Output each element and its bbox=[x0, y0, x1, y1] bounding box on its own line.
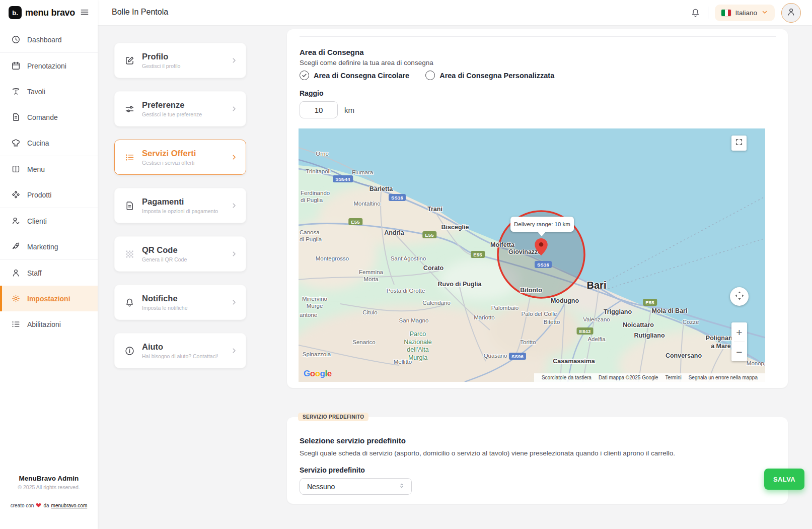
map-label: Montegrosso bbox=[316, 255, 349, 262]
sidebar-item-dashboard[interactable]: Dashboard bbox=[0, 27, 98, 52]
radio-circular-area[interactable]: Area di Consegna Circolare bbox=[300, 71, 409, 80]
map-label: San Magno bbox=[399, 317, 429, 324]
zoom-in-button[interactable]: + bbox=[731, 322, 747, 342]
chevron-right-icon bbox=[231, 202, 238, 209]
sidebar-item-label: Prenotazioni bbox=[27, 62, 66, 70]
road-badge: SS544 bbox=[333, 175, 353, 182]
sidebar-item-abilitazioni[interactable]: Abilitazioni bbox=[0, 311, 98, 337]
notifications-button[interactable] bbox=[689, 7, 701, 19]
map-label: Conversano bbox=[666, 352, 702, 360]
road-badge: E55 bbox=[471, 251, 485, 258]
sidebar-item-comande[interactable]: Comande bbox=[0, 104, 98, 130]
default-service-card: SERVIZIO PREDEFINITO Selezione servizio … bbox=[287, 417, 788, 504]
default-service-description: Scegli quale scheda di servizio (asporto… bbox=[300, 449, 675, 457]
chevron-right-icon bbox=[231, 105, 238, 112]
zoom-out-button[interactable]: − bbox=[731, 342, 747, 361]
clock-icon bbox=[11, 35, 21, 44]
language-selector[interactable]: Italiano bbox=[715, 5, 775, 21]
hamburger-icon bbox=[80, 11, 90, 19]
user-avatar[interactable] bbox=[781, 3, 801, 23]
sidebar-item-tavoli[interactable]: Tavoli bbox=[0, 79, 98, 104]
settings-card-profilo[interactable]: ProfiloGestisci il profilo bbox=[114, 43, 246, 78]
sidebar-item-label: Abilitazioni bbox=[27, 320, 61, 328]
map-marker-icon[interactable] bbox=[535, 238, 548, 255]
settings-card-servizi-offerti[interactable]: Servizi OffertiGestisci i servizi offert… bbox=[114, 140, 246, 175]
map-label: Parco Nazionale dell'Alta Murgia bbox=[404, 330, 432, 362]
road-badge: SS96 bbox=[509, 353, 526, 360]
sidebar-item-prodotti[interactable]: Prodotti bbox=[0, 182, 98, 208]
delivery-area-options: Area di Consegna Circolare Area di Conse… bbox=[300, 71, 554, 80]
road-badge: E55 bbox=[422, 231, 436, 238]
radio-custom-area[interactable]: Area di Consegna Personalizzata bbox=[425, 71, 554, 80]
map-label: Triggiano bbox=[604, 308, 632, 316]
sidebar-item-prenotazioni[interactable]: Prenotazioni bbox=[0, 53, 98, 79]
sidebar: b. menu bravo DashboardPrenotazioniTavol… bbox=[0, 0, 98, 529]
bell-icon bbox=[124, 297, 135, 308]
sidebar-item-impostazioni[interactable]: Impostazioni bbox=[0, 286, 98, 311]
attribution-link[interactable]: Scorciatoie da tastiera bbox=[538, 375, 595, 380]
sidebar-item-label: Impostazioni bbox=[27, 295, 70, 303]
card-subtitle: Genera il QR Code bbox=[142, 256, 187, 262]
map-label: Casamassima bbox=[553, 358, 595, 366]
radio-checked-icon bbox=[300, 71, 309, 80]
customer-check-icon bbox=[11, 216, 21, 226]
map-label: Quasano bbox=[484, 352, 507, 359]
delivery-range-tooltip: Delivery range: 10 km bbox=[510, 217, 574, 232]
default-service-label: Servizio predefinito bbox=[300, 466, 365, 474]
map-label: Mola di Bari bbox=[652, 307, 688, 315]
sidebar-item-label: Prodotti bbox=[27, 191, 51, 199]
settings-card-preferenze[interactable]: PreferenzeGestisci le tue preferenze bbox=[114, 91, 246, 126]
table-icon bbox=[11, 87, 21, 96]
map-label: Ferdinando di Puglia bbox=[301, 189, 330, 204]
radius-input[interactable] bbox=[300, 101, 338, 118]
sidebar-item-clienti[interactable]: Clienti bbox=[0, 208, 98, 234]
card-title: Servizi Offerti bbox=[142, 149, 196, 158]
road-badge: E843 bbox=[577, 327, 594, 335]
delivery-area-title: Area di Consegna bbox=[300, 48, 364, 56]
save-button[interactable]: SALVA bbox=[764, 469, 804, 490]
map-label: Palombaio bbox=[491, 304, 519, 311]
map-label: Montaltino bbox=[353, 200, 380, 207]
sidebar-item-marketing[interactable]: Marketing bbox=[0, 234, 98, 259]
menubravo-link[interactable]: menubravo.com bbox=[51, 503, 88, 508]
settings-card-notifiche[interactable]: NotificheImposta le notifiche bbox=[114, 285, 246, 320]
settings-card-pagamenti[interactable]: PagamentiImposta le opzioni di pagamento bbox=[114, 188, 246, 223]
sidebar-item-menu[interactable]: Menu bbox=[0, 156, 98, 182]
sidebar-item-cucina[interactable]: Cucina bbox=[0, 130, 98, 156]
delivery-map[interactable]: OrnoTrinitapoliFiumaraBarlettaFerdinando… bbox=[299, 128, 765, 382]
card-subtitle: Hai bisogno di aiuto? Contattaci! bbox=[142, 353, 218, 359]
sidebar-item-label: Marketing bbox=[27, 243, 58, 251]
map-fullscreen-button[interactable] bbox=[731, 136, 747, 151]
sidebar-toggle-button[interactable] bbox=[79, 7, 90, 18]
app-root: Bolle In Pentola Italiano b. menu bravo bbox=[0, 0, 812, 529]
default-service-select[interactable]: Nessuno bbox=[300, 478, 412, 495]
chevron-right-icon bbox=[231, 250, 238, 257]
admin-title: MenuBravo Admin bbox=[0, 475, 98, 482]
map-pan-button[interactable] bbox=[730, 287, 749, 306]
card-subtitle: Gestisci il profilo bbox=[142, 63, 180, 69]
map-label: Palo del Colle bbox=[522, 310, 557, 317]
google-logo[interactable]: Google bbox=[304, 369, 332, 379]
brand-logo-icon: b. bbox=[9, 6, 22, 19]
top-header: Bolle In Pentola Italiano bbox=[98, 0, 812, 25]
map-label: Sant'Agostino bbox=[391, 255, 426, 262]
list-icon bbox=[124, 152, 135, 163]
settings-nav: ProfiloGestisci il profiloPreferenzeGest… bbox=[114, 43, 246, 381]
map-label: Calendano bbox=[422, 299, 451, 306]
map-label: Citulo bbox=[362, 309, 377, 316]
updown-chevron-icon bbox=[398, 482, 405, 491]
fullscreen-icon bbox=[734, 138, 744, 149]
attribution-link[interactable]: Segnala un errore nella mappa bbox=[685, 375, 761, 380]
card-title: Preferenze bbox=[142, 100, 202, 109]
sidebar-footer: MenuBravo Admin © 2025 All rights reserv… bbox=[0, 475, 98, 490]
chevron-right-icon bbox=[231, 347, 238, 354]
map-label: Cozze bbox=[683, 318, 699, 325]
settings-card-aiuto[interactable]: AiutoHai bisogno di aiuto? Contattaci! bbox=[114, 333, 246, 368]
map-label: Femmina Morta bbox=[359, 269, 383, 283]
card-subtitle: Gestisci le tue preferenze bbox=[142, 111, 202, 117]
attribution-link[interactable]: Termini bbox=[661, 375, 685, 380]
settings-card-qr-code[interactable]: QR CodeGenera il QR Code bbox=[114, 236, 246, 272]
sidebar-item-staff[interactable]: Staff bbox=[0, 260, 98, 286]
map-label: Spinazzola bbox=[303, 351, 331, 358]
map-label: Valenzano bbox=[583, 316, 610, 323]
